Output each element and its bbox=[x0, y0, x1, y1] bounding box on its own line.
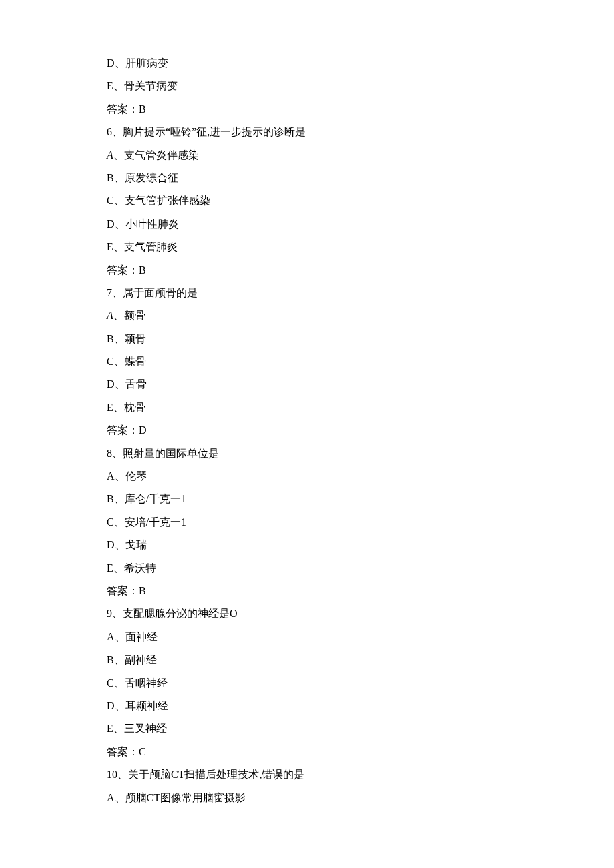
question-line: 6、胸片提示“哑铃”征,进一步提示的诊断是 bbox=[107, 121, 494, 143]
text-line: E、骨关节病变 bbox=[107, 75, 494, 97]
text-line: C、支气管扩张伴感染 bbox=[107, 189, 494, 212]
document-page: D、肝脏病变 E、骨关节病变 答案：B 6、胸片提示“哑铃”征,进一步提示的诊断… bbox=[0, 0, 494, 849]
text-line: A、额骨 bbox=[107, 304, 494, 327]
text-line: C、舌咽神经 bbox=[107, 672, 494, 695]
text-line: A、颅脑CT图像常用脑窗摄影 bbox=[107, 787, 494, 809]
question-line: 7、属于面颅骨的是 bbox=[107, 282, 494, 304]
text-line: C、安培/千克一1 bbox=[107, 511, 494, 534]
text-line: B、副神经 bbox=[107, 648, 494, 671]
text-line: E、支气管肺炎 bbox=[107, 236, 494, 258]
text-line: D、耳颗神经 bbox=[107, 695, 494, 717]
answer-line: 答案：B bbox=[107, 98, 494, 121]
text-line: A、面神经 bbox=[107, 626, 494, 648]
text-line: D、戈瑞 bbox=[107, 534, 494, 556]
text-line: D、肝脏病变 bbox=[107, 52, 494, 75]
text-line: B、库仑/千克一1 bbox=[107, 488, 494, 510]
option-text: 、额骨 bbox=[113, 310, 145, 321]
answer-line: 答案：B bbox=[107, 259, 494, 282]
text-line: A、支气管炎伴感染 bbox=[107, 144, 494, 167]
text-line: A、伦琴 bbox=[107, 465, 494, 488]
option-text: 、支气管炎伴感染 bbox=[113, 149, 199, 161]
question-line: 8、照射量的国际单位是 bbox=[107, 442, 494, 465]
answer-line: 答案：B bbox=[107, 580, 494, 602]
text-line: E、三叉神经 bbox=[107, 717, 494, 740]
answer-line: 答案：D bbox=[107, 419, 494, 442]
text-line: E、枕骨 bbox=[107, 396, 494, 419]
option-letter: A bbox=[107, 310, 113, 321]
text-line: D、舌骨 bbox=[107, 373, 494, 396]
text-line: C、蝶骨 bbox=[107, 350, 494, 373]
text-line: B、颖骨 bbox=[107, 328, 494, 350]
question-line: 10、关于颅脑CT扫描后处理技术,错误的是 bbox=[107, 763, 494, 786]
text-line: B、原发综合征 bbox=[107, 167, 494, 189]
option-letter: A bbox=[107, 149, 113, 161]
question-line: 9、支配腮腺分泌的神经是O bbox=[107, 602, 494, 625]
text-line: D、小叶性肺炎 bbox=[107, 213, 494, 236]
answer-line: 答案：C bbox=[107, 741, 494, 763]
text-line: E、希沃特 bbox=[107, 557, 494, 580]
